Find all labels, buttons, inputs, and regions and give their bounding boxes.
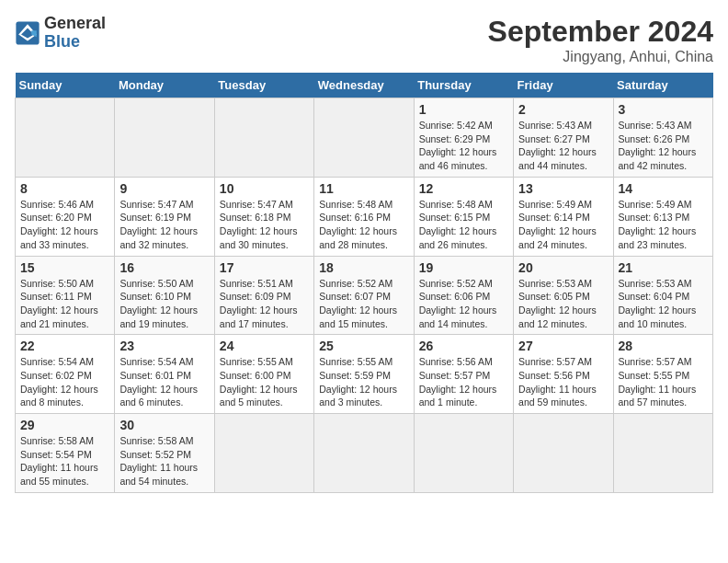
calendar-cell: 1Sunrise: 5:42 AMSunset: 6:29 PMDaylight… <box>414 98 513 178</box>
calendar-cell: 24Sunrise: 5:55 AMSunset: 6:00 PMDayligh… <box>214 335 313 414</box>
day-number: 27 <box>518 339 608 353</box>
calendar-cell <box>414 414 513 493</box>
calendar-table: SundayMondayTuesdayWednesdayThursdayFrid… <box>15 73 713 493</box>
day-info: Sunrise: 5:57 AMSunset: 5:55 PMDaylight:… <box>619 355 708 409</box>
day-info: Sunrise: 5:47 AMSunset: 6:19 PMDaylight:… <box>119 198 209 252</box>
day-number: 9 <box>119 181 209 196</box>
calendar-cell <box>314 98 414 178</box>
calendar-cell: 16Sunrise: 5:50 AMSunset: 6:10 PMDayligh… <box>115 256 214 335</box>
calendar-cell: 10Sunrise: 5:47 AMSunset: 6:18 PMDayligh… <box>214 177 313 256</box>
day-number: 11 <box>319 181 408 196</box>
header-cell-monday: Monday <box>115 73 214 98</box>
day-number: 8 <box>20 181 109 196</box>
header-row: SundayMondayTuesdayWednesdayThursdayFrid… <box>16 73 713 98</box>
day-number: 21 <box>619 260 708 275</box>
day-info: Sunrise: 5:52 AMSunset: 6:07 PMDaylight:… <box>319 277 408 331</box>
day-info: Sunrise: 5:42 AMSunset: 6:29 PMDaylight:… <box>419 119 508 173</box>
day-info: Sunrise: 5:58 AMSunset: 5:54 PMDaylight:… <box>20 434 109 488</box>
logo-text: General Blue <box>44 15 106 52</box>
day-number: 14 <box>619 181 708 196</box>
day-info: Sunrise: 5:49 AMSunset: 6:13 PMDaylight:… <box>619 198 708 252</box>
calendar-cell: 18Sunrise: 5:52 AMSunset: 6:07 PMDayligh… <box>314 256 414 335</box>
day-number: 30 <box>119 418 209 432</box>
day-number: 29 <box>20 418 109 432</box>
day-info: Sunrise: 5:49 AMSunset: 6:14 PMDaylight:… <box>518 198 608 252</box>
calendar-cell <box>16 98 115 178</box>
calendar-cell: 9Sunrise: 5:47 AMSunset: 6:19 PMDaylight… <box>115 177 214 256</box>
calendar-cell: 20Sunrise: 5:53 AMSunset: 6:05 PMDayligh… <box>514 256 613 335</box>
day-info: Sunrise: 5:46 AMSunset: 6:20 PMDaylight:… <box>20 198 109 252</box>
day-number: 22 <box>20 339 109 353</box>
day-number: 1 <box>419 102 508 117</box>
calendar-header: SundayMondayTuesdayWednesdayThursdayFrid… <box>16 73 713 98</box>
day-number: 12 <box>419 181 508 196</box>
day-number: 26 <box>419 339 508 353</box>
day-info: Sunrise: 5:55 AMSunset: 6:00 PMDaylight:… <box>220 355 309 409</box>
day-number: 25 <box>319 339 408 353</box>
day-info: Sunrise: 5:54 AMSunset: 6:01 PMDaylight:… <box>119 355 209 409</box>
calendar-cell: 14Sunrise: 5:49 AMSunset: 6:13 PMDayligh… <box>613 177 712 256</box>
calendar-cell <box>115 98 214 178</box>
calendar-cell <box>314 414 414 493</box>
calendar-cell <box>214 414 313 493</box>
day-info: Sunrise: 5:56 AMSunset: 5:57 PMDaylight:… <box>419 355 508 409</box>
header-cell-thursday: Thursday <box>414 73 513 98</box>
day-number: 10 <box>220 181 309 196</box>
calendar-cell: 27Sunrise: 5:57 AMSunset: 5:56 PMDayligh… <box>514 335 613 414</box>
header-cell-wednesday: Wednesday <box>314 73 414 98</box>
calendar-body: 1Sunrise: 5:42 AMSunset: 6:29 PMDaylight… <box>16 98 713 493</box>
day-info: Sunrise: 5:43 AMSunset: 6:26 PMDaylight:… <box>619 119 708 173</box>
header-cell-saturday: Saturday <box>613 73 712 98</box>
calendar-cell: 22Sunrise: 5:54 AMSunset: 6:02 PMDayligh… <box>16 335 115 414</box>
calendar-cell: 12Sunrise: 5:48 AMSunset: 6:15 PMDayligh… <box>414 177 513 256</box>
calendar-cell: 15Sunrise: 5:50 AMSunset: 6:11 PMDayligh… <box>16 256 115 335</box>
page-subtitle: Jingyang, Anhui, China <box>488 49 713 65</box>
day-number: 18 <box>319 260 408 275</box>
calendar-cell: 2Sunrise: 5:43 AMSunset: 6:27 PMDaylight… <box>514 98 613 178</box>
day-number: 20 <box>518 260 608 275</box>
logo: General Blue <box>15 15 106 52</box>
day-number: 19 <box>419 260 508 275</box>
calendar-cell: 19Sunrise: 5:52 AMSunset: 6:06 PMDayligh… <box>414 256 513 335</box>
calendar-cell: 8Sunrise: 5:46 AMSunset: 6:20 PMDaylight… <box>16 177 115 256</box>
day-number: 15 <box>20 260 109 275</box>
day-number: 24 <box>220 339 309 353</box>
day-number: 28 <box>619 339 708 353</box>
header-cell-friday: Friday <box>514 73 613 98</box>
calendar-cell: 3Sunrise: 5:43 AMSunset: 6:26 PMDaylight… <box>613 98 712 178</box>
logo-line1: General <box>44 15 106 33</box>
calendar-cell: 29Sunrise: 5:58 AMSunset: 5:54 PMDayligh… <box>16 414 115 493</box>
day-number: 13 <box>518 181 608 196</box>
calendar-cell: 30Sunrise: 5:58 AMSunset: 5:52 PMDayligh… <box>115 414 214 493</box>
day-number: 17 <box>220 260 309 275</box>
header-cell-tuesday: Tuesday <box>214 73 313 98</box>
day-info: Sunrise: 5:53 AMSunset: 6:04 PMDaylight:… <box>619 277 708 331</box>
day-number: 16 <box>119 260 209 275</box>
day-info: Sunrise: 5:51 AMSunset: 6:09 PMDaylight:… <box>220 277 309 331</box>
logo-line2: Blue <box>44 33 106 52</box>
calendar-row-2: 8Sunrise: 5:46 AMSunset: 6:20 PMDaylight… <box>16 177 713 256</box>
header-cell-sunday: Sunday <box>16 73 115 98</box>
calendar-row-1: 1Sunrise: 5:42 AMSunset: 6:29 PMDaylight… <box>16 98 713 178</box>
day-info: Sunrise: 5:50 AMSunset: 6:11 PMDaylight:… <box>20 277 109 331</box>
calendar-cell: 17Sunrise: 5:51 AMSunset: 6:09 PMDayligh… <box>214 256 313 335</box>
day-info: Sunrise: 5:55 AMSunset: 5:59 PMDaylight:… <box>319 355 408 409</box>
calendar-cell <box>514 414 613 493</box>
calendar-cell: 23Sunrise: 5:54 AMSunset: 6:01 PMDayligh… <box>115 335 214 414</box>
day-info: Sunrise: 5:58 AMSunset: 5:52 PMDaylight:… <box>119 434 209 488</box>
title-block: September 2024 Jingyang, Anhui, China <box>488 15 713 65</box>
day-number: 23 <box>119 339 209 353</box>
day-number: 3 <box>619 102 708 117</box>
calendar-row-4: 22Sunrise: 5:54 AMSunset: 6:02 PMDayligh… <box>16 335 713 414</box>
page-title: September 2024 <box>488 15 713 49</box>
calendar-cell: 13Sunrise: 5:49 AMSunset: 6:14 PMDayligh… <box>514 177 613 256</box>
calendar-cell <box>613 414 712 493</box>
day-info: Sunrise: 5:54 AMSunset: 6:02 PMDaylight:… <box>20 355 109 409</box>
day-info: Sunrise: 5:48 AMSunset: 6:16 PMDaylight:… <box>319 198 408 252</box>
calendar-cell: 11Sunrise: 5:48 AMSunset: 6:16 PMDayligh… <box>314 177 414 256</box>
day-info: Sunrise: 5:43 AMSunset: 6:27 PMDaylight:… <box>518 119 608 173</box>
day-info: Sunrise: 5:57 AMSunset: 5:56 PMDaylight:… <box>518 355 608 409</box>
day-info: Sunrise: 5:53 AMSunset: 6:05 PMDaylight:… <box>518 277 608 331</box>
calendar-cell: 21Sunrise: 5:53 AMSunset: 6:04 PMDayligh… <box>613 256 712 335</box>
day-info: Sunrise: 5:48 AMSunset: 6:15 PMDaylight:… <box>419 198 508 252</box>
